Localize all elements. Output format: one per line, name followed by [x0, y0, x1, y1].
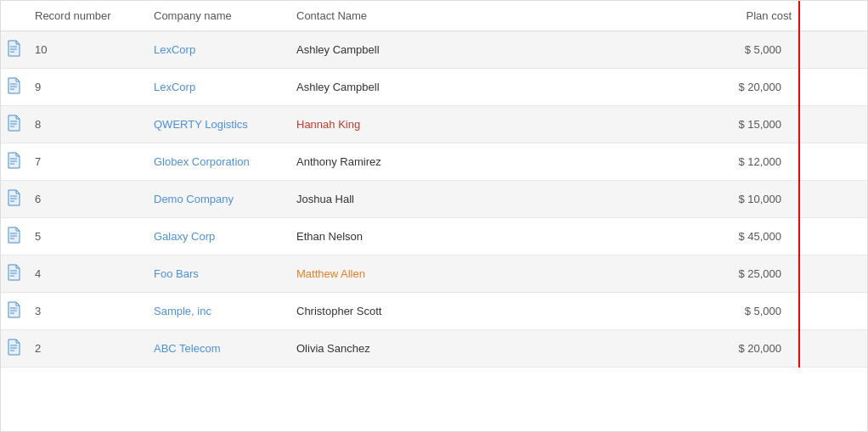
doc-icon — [8, 189, 21, 206]
doc-icon — [8, 115, 21, 132]
contact-name-cell: Ashley Campbell — [290, 31, 714, 69]
record-number-cell: 4 — [28, 255, 147, 293]
record-number-cell: 3 — [28, 293, 147, 330]
row-icon-cell — [1, 69, 28, 106]
plan-cost-cell: $ 15,000 — [714, 106, 799, 143]
row-icon-cell — [1, 218, 28, 255]
extra-col-cell — [799, 106, 867, 143]
company-link[interactable]: LexCorp — [154, 81, 195, 93]
plan-cost-cell: $ 45,000 — [714, 218, 799, 255]
row-icon-cell — [1, 31, 28, 69]
table-row: 8QWERTY LogisticsHannah King$ 15,000 — [1, 106, 867, 143]
table-body: 10LexCorpAshley Campbell$ 5,000 9LexCorp… — [1, 31, 867, 367]
plan-cost-cell: $ 5,000 — [714, 31, 799, 69]
company-link[interactable]: Demo Company — [154, 193, 234, 205]
header-company-name: Company name — [147, 1, 290, 31]
plan-cost-cell: $ 10,000 — [714, 181, 799, 218]
plan-cost-cell: $ 20,000 — [714, 69, 799, 106]
doc-icon — [8, 227, 21, 244]
row-icon-cell — [1, 143, 28, 181]
contact-name-cell: Anthony Ramirez — [290, 143, 714, 181]
contact-name-cell: Olivia Sanchez — [290, 330, 714, 367]
extra-col-cell — [799, 181, 867, 218]
header-record-number: Record number — [28, 1, 147, 31]
records-table: Record number Company name Contact Name … — [1, 1, 867, 367]
record-number-cell: 7 — [28, 143, 147, 181]
plan-cost-cell: $ 5,000 — [714, 293, 799, 330]
record-number-cell: 9 — [28, 69, 147, 106]
doc-icon — [8, 301, 21, 318]
company-link[interactable]: Foo Bars — [154, 267, 199, 280]
company-name-cell[interactable]: QWERTY Logistics — [147, 106, 290, 143]
record-number-cell: 8 — [28, 106, 147, 143]
company-name-cell[interactable]: ABC Telecom — [147, 330, 290, 367]
header-extra — [799, 1, 867, 31]
company-name-cell[interactable]: Foo Bars — [147, 255, 290, 293]
table-row: 2ABC TelecomOlivia Sanchez$ 20,000 — [1, 330, 867, 367]
company-name-cell[interactable]: Sample, inc — [147, 293, 290, 330]
extra-col-cell — [799, 31, 867, 69]
company-name-cell[interactable]: Galaxy Corp — [147, 218, 290, 255]
contact-name-cell: Joshua Hall — [290, 181, 714, 218]
company-link[interactable]: Sample, inc — [154, 305, 211, 317]
company-name-cell[interactable]: Globex Corporation — [147, 143, 290, 181]
plan-cost-cell: $ 25,000 — [714, 255, 799, 293]
company-name-cell[interactable]: LexCorp — [147, 69, 290, 106]
contact-name-cell: Ethan Nelson — [290, 218, 714, 255]
company-name-cell[interactable]: LexCorp — [147, 31, 290, 69]
record-number-cell: 5 — [28, 218, 147, 255]
header-plan-cost: Plan cost — [714, 1, 799, 31]
row-icon-cell — [1, 255, 28, 293]
company-link[interactable]: Globex Corporation — [154, 155, 250, 168]
company-link[interactable]: ABC Telecom — [154, 342, 221, 355]
doc-icon — [8, 264, 21, 281]
record-number-cell: 2 — [28, 330, 147, 367]
table-row: 7Globex CorporationAnthony Ramirez$ 12,0… — [1, 143, 867, 181]
table-row: 4Foo BarsMatthew Allen$ 25,000 — [1, 255, 867, 293]
row-icon-cell — [1, 181, 28, 218]
contact-name-cell: Matthew Allen — [290, 255, 714, 293]
doc-icon — [8, 339, 21, 356]
plan-cost-cell: $ 12,000 — [714, 143, 799, 181]
table-header-row: Record number Company name Contact Name … — [1, 1, 867, 31]
contact-name-cell: Ashley Campbell — [290, 69, 714, 106]
extra-col-cell — [799, 69, 867, 106]
extra-col-cell — [799, 255, 867, 293]
header-icon — [1, 1, 28, 31]
table-row: 9LexCorpAshley Campbell$ 20,000 — [1, 69, 867, 106]
company-name-cell[interactable]: Demo Company — [147, 181, 290, 218]
row-icon-cell — [1, 293, 28, 330]
extra-col-cell — [799, 218, 867, 255]
row-icon-cell — [1, 330, 28, 367]
record-number-cell: 6 — [28, 181, 147, 218]
main-container: Record number Company name Contact Name … — [0, 0, 868, 432]
doc-icon — [8, 152, 21, 169]
plan-cost-cell: $ 20,000 — [714, 330, 799, 367]
header-contact-name: Contact Name — [290, 1, 714, 31]
company-link[interactable]: QWERTY Logistics — [154, 118, 248, 131]
doc-icon — [8, 77, 21, 94]
company-link[interactable]: Galaxy Corp — [154, 230, 215, 243]
extra-col-cell — [799, 330, 867, 367]
table-row: 5Galaxy CorpEthan Nelson$ 45,000 — [1, 218, 867, 255]
extra-col-cell — [799, 143, 867, 181]
doc-icon — [8, 40, 21, 57]
row-icon-cell — [1, 106, 28, 143]
company-link[interactable]: LexCorp — [154, 43, 195, 56]
record-number-cell: 10 — [28, 31, 147, 69]
table-row: 10LexCorpAshley Campbell$ 5,000 — [1, 31, 867, 69]
table-row: 6Demo CompanyJoshua Hall$ 10,000 — [1, 181, 867, 218]
extra-col-cell — [799, 293, 867, 330]
contact-name-cell: Hannah King — [290, 106, 714, 143]
table-row: 3Sample, incChristopher Scott$ 5,000 — [1, 293, 867, 330]
contact-name-cell: Christopher Scott — [290, 293, 714, 330]
